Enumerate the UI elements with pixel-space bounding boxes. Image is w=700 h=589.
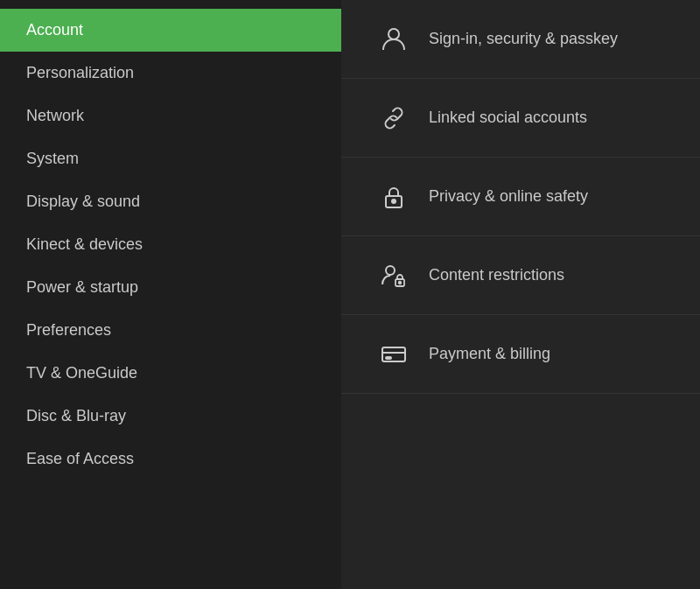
sidebar-item-network[interactable]: Network	[0, 95, 341, 137]
sidebar-item-system[interactable]: System	[0, 137, 341, 180]
link-icon	[376, 101, 411, 136]
sidebar-item-disc-bluray[interactable]: Disc & Blu-ray	[0, 395, 341, 438]
person-security-icon	[376, 22, 411, 57]
sidebar: AccountPersonalizationNetworkSystemDispl…	[0, 0, 341, 589]
menu-item-label-privacy-safety: Privacy & online safety	[429, 187, 588, 206]
sidebar-item-kinect-devices[interactable]: Kinect & devices	[0, 223, 341, 266]
person-lock-icon	[376, 258, 411, 293]
menu-item-privacy-safety[interactable]: Privacy & online safety	[341, 158, 700, 236]
menu-item-label-linked-social: Linked social accounts	[429, 109, 587, 127]
sidebar-item-personalization[interactable]: Personalization	[0, 52, 341, 95]
sidebar-item-tv-oneguide[interactable]: TV & OneGuide	[0, 352, 341, 395]
sidebar-item-preferences[interactable]: Preferences	[0, 309, 341, 352]
svg-point-0	[388, 29, 399, 39]
sidebar-item-ease-access[interactable]: Ease of Access	[0, 438, 341, 480]
svg-rect-8	[386, 357, 391, 359]
svg-point-2	[392, 200, 396, 203]
menu-item-content-restrictions[interactable]: Content restrictions	[341, 236, 700, 315]
sidebar-item-power-startup[interactable]: Power & startup	[0, 266, 341, 309]
menu-item-label-payment-billing: Payment & billing	[429, 345, 550, 363]
sidebar-item-account[interactable]: Account	[0, 9, 341, 52]
menu-item-signin-security[interactable]: Sign-in, security & passkey	[341, 0, 700, 79]
menu-item-payment-billing[interactable]: Payment & billing	[341, 315, 700, 394]
lock-icon	[376, 179, 411, 214]
svg-point-5	[399, 281, 401, 283]
card-icon	[376, 337, 411, 372]
menu-item-linked-social[interactable]: Linked social accounts	[341, 79, 700, 158]
menu-item-label-signin-security: Sign-in, security & passkey	[429, 30, 618, 48]
menu-item-label-content-restrictions: Content restrictions	[429, 266, 564, 284]
svg-point-3	[386, 266, 395, 275]
content-panel: Sign-in, security & passkey Linked socia…	[341, 0, 700, 589]
sidebar-item-display-sound[interactable]: Display & sound	[0, 180, 341, 223]
